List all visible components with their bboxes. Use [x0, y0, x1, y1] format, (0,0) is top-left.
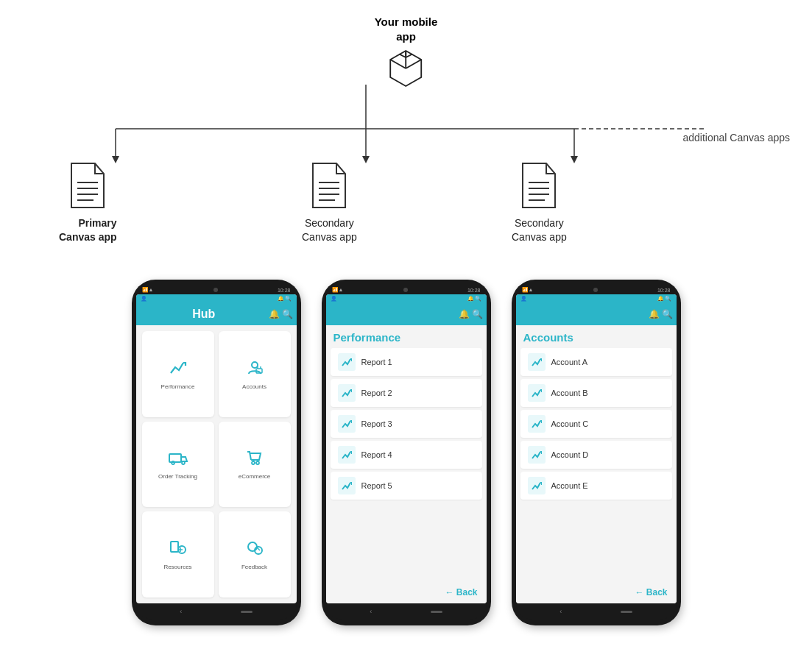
hub-tile-performance[interactable]: Performance: [142, 331, 214, 417]
acc-status-bar: 👤 🔔 🔍: [516, 294, 677, 303]
secondary-canvas-node-2: Secondary Canvas app: [512, 162, 567, 244]
acc-item-a[interactable]: Account A: [520, 348, 672, 376]
hub-notch: 📶▲ 10:28: [136, 286, 297, 294]
svg-point-26: [252, 362, 258, 368]
perf-status-bar: 👤 🔔 🔍: [326, 294, 487, 303]
acc-item-b[interactable]: Account B: [520, 379, 672, 407]
accounts-screen: 👤 🔔 🔍 🔔 🔍 Accounts Account A: [516, 294, 677, 603]
account-b-icon: [528, 384, 546, 402]
hub-tile-accounts[interactable]: Accounts: [219, 331, 291, 417]
accounts-phone: 📶▲ 10:28 👤 🔔 🔍 🔔 🔍 Accounts: [512, 280, 681, 625]
hub-tile-resources[interactable]: Resources: [142, 511, 214, 597]
perf-item-2[interactable]: Report 2: [331, 379, 482, 407]
order-tracking-icon: [168, 450, 188, 470]
report3-icon: [338, 415, 356, 433]
mobile-app-label: Your mobile app: [375, 15, 438, 43]
report3-label: Report 3: [361, 419, 392, 428]
secondary-label-2: Secondary Canvas app: [512, 216, 567, 244]
perf-user-icon: 👤: [331, 296, 337, 302]
hub-tile-performance-label: Performance: [161, 383, 195, 390]
account-c-icon: [528, 415, 546, 433]
resources-icon: [169, 540, 188, 561]
svg-marker-5: [362, 156, 370, 163]
hub-bottom-bar: ‹: [136, 603, 297, 620]
acc-back-chevron: ‹: [559, 608, 562, 615]
perf-item-3[interactable]: Report 3: [331, 410, 482, 438]
acc-item-d[interactable]: Account D: [520, 441, 672, 469]
hub-screen: 👤 🔔 🔍 Hub 🔔 🔍 Performance: [136, 294, 297, 603]
ecommerce-icon: [246, 450, 264, 470]
account-d-icon: [528, 446, 546, 464]
perf-icons-right: 🔔 🔍: [467, 296, 482, 302]
acc-bottom-bar: ‹: [516, 603, 677, 620]
account-a-label: Account A: [551, 358, 588, 366]
performance-phone: 📶▲ 10:28 👤 🔔 🔍 🔔 🔍 Performance: [322, 280, 491, 625]
acc-home-dot: [621, 611, 632, 613]
additional-canvas-label: additional Canvas apps: [682, 131, 790, 146]
svg-point-34: [256, 461, 259, 464]
perf-item-1[interactable]: Report 1: [331, 348, 482, 376]
accounts-list: Accounts Account A Account B: [516, 325, 677, 603]
accounts-title: Accounts: [516, 325, 677, 347]
account-e-label: Account E: [551, 481, 588, 490]
hub-icons-right: 🔔 🔍: [278, 296, 292, 302]
performance-list: Performance Report 1 Report 2: [326, 325, 487, 603]
acc-user-icon: 👤: [520, 296, 527, 302]
accounts-back-button[interactable]: ← Back: [516, 581, 677, 603]
perf-bottom-bar: ‹: [326, 603, 487, 620]
svg-point-39: [248, 542, 257, 551]
acc-icons-right: 🔔 🔍: [657, 296, 672, 302]
performance-back-button[interactable]: ← Back: [326, 581, 487, 603]
report4-label: Report 4: [361, 450, 392, 459]
account-b-label: Account B: [551, 389, 588, 397]
secondary-label-1: Secondary Canvas app: [302, 216, 357, 244]
feedback-icon: [246, 540, 264, 561]
perf-item-5[interactable]: Report 5: [331, 472, 482, 500]
hub-tile-accounts-label: Accounts: [242, 383, 266, 390]
hub-home-dot: [241, 611, 253, 613]
hub-tile-feedback-label: Feedback: [241, 564, 267, 570]
phones-row: 📶▲ 10:28 👤 🔔 🔍 Hub 🔔 🔍 Performan: [0, 272, 812, 640]
svg-point-33: [252, 461, 255, 464]
hub-header-icons: 🔔 🔍: [269, 309, 293, 319]
acc-item-c[interactable]: Account C: [520, 410, 672, 438]
perf-item-4[interactable]: Report 4: [331, 441, 482, 469]
hub-back-chevron: ‹: [180, 608, 182, 615]
account-c-label: Account C: [551, 419, 589, 428]
primary-canvas-node: Primary Canvas app: [59, 162, 117, 244]
account-a-icon: [528, 353, 546, 371]
report5-label: Report 5: [361, 481, 392, 490]
svg-point-32: [182, 461, 185, 464]
perf-header: 🔔 🔍: [326, 303, 487, 325]
hub-user-icon: 👤: [141, 296, 147, 302]
account-d-label: Account D: [551, 450, 589, 459]
hub-phone: 📶▲ 10:28 👤 🔔 🔍 Hub 🔔 🔍 Performan: [132, 280, 301, 625]
hub-tile-feedback[interactable]: Feedback: [219, 511, 291, 597]
acc-item-e[interactable]: Account E: [520, 472, 672, 500]
acc-header: 🔔 🔍: [516, 303, 677, 325]
hub-grid: Performance Accounts Order Tracking: [136, 325, 297, 603]
svg-rect-30: [169, 454, 181, 462]
primary-doc-icon: [67, 162, 108, 212]
performance-title: Performance: [326, 325, 487, 347]
performance-screen: 👤 🔔 🔍 🔔 🔍 Performance Report 1: [326, 294, 487, 603]
svg-rect-35: [171, 542, 178, 552]
account-e-icon: [528, 477, 546, 494]
acc-notch: 📶▲ 10:28: [516, 286, 677, 294]
hub-status-bar: 👤 🔔 🔍: [136, 294, 297, 303]
report5-icon: [338, 477, 356, 494]
hub-tile-ecommerce-label: eCommerce: [239, 473, 271, 480]
perf-notch: 📶▲ 10:28: [326, 286, 487, 294]
hub-tile-ecommerce[interactable]: eCommerce: [219, 422, 291, 508]
report2-label: Report 2: [361, 389, 392, 397]
accounts-icon: [246, 360, 264, 380]
hub-tile-order-tracking-label: Order Tracking: [158, 473, 197, 480]
svg-marker-7: [571, 156, 578, 163]
performance-icon: [169, 360, 187, 380]
mobile-app-node: Your mobile app: [375, 15, 438, 91]
hub-title: Hub: [139, 308, 269, 321]
perf-back-chevron: ‹: [370, 608, 372, 615]
hub-tile-order-tracking[interactable]: Order Tracking: [142, 422, 214, 508]
hub-tile-resources-label: Resources: [163, 564, 191, 570]
cube-icon: [384, 46, 428, 91]
